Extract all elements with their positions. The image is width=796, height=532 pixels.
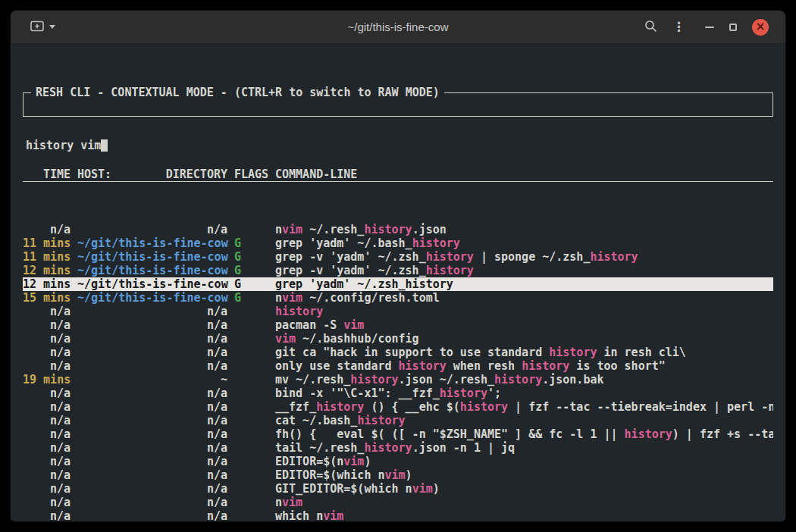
history-row[interactable]: n/an/atail ~/.resh_history.json -n 1 | j… — [23, 441, 773, 455]
host-directory-cell: n/a — [77, 441, 227, 455]
flags-cell — [234, 346, 268, 359]
search-button[interactable] — [644, 20, 657, 35]
command-cell: grep 'yadm' ~/.zsh_history — [275, 277, 773, 291]
host-directory-cell: ~/git/this-is-fine-cow — [77, 250, 227, 264]
match-highlight: history — [460, 400, 508, 414]
host-directory-cell: n/a — [77, 400, 227, 414]
history-row-selected[interactable]: 12 mins~/git/this-is-fine-cowGgrep 'yadm… — [23, 277, 773, 291]
kebab-menu-icon: ⋮ — [672, 20, 685, 33]
match-highlight: vim — [412, 482, 433, 496]
close-button[interactable]: × — [752, 19, 769, 36]
command-cell: mv ~/.resh_history.json ~/.resh_history.… — [275, 373, 773, 386]
time-cell: n/a — [23, 223, 71, 236]
history-row[interactable]: n/an/aEDITOR=$(which nvim) — [23, 468, 773, 482]
flags-cell: G — [234, 277, 268, 291]
flags-cell — [234, 223, 268, 236]
time-cell: n/a — [23, 359, 71, 373]
time-cell: n/a — [23, 386, 71, 400]
match-highlight: vim — [282, 496, 302, 509]
host-directory-cell: n/a — [77, 509, 227, 521]
time-cell: n/a — [23, 414, 71, 427]
history-row[interactable]: n/an/aGIT_EDITOR=$(which nvim) — [23, 482, 773, 496]
flags-cell — [234, 386, 268, 400]
history-row[interactable]: n/an/acat ~/.bash_history — [23, 414, 773, 427]
menu-button[interactable]: ⋮ — [672, 20, 685, 33]
host-directory-cell: n/a — [77, 318, 227, 332]
host-directory-cell: n/a — [77, 305, 227, 318]
time-cell: n/a — [23, 346, 71, 359]
match-highlight: history — [399, 359, 447, 373]
time-cell: 15 mins — [23, 291, 71, 305]
time-cell: 11 mins — [23, 250, 71, 264]
match-highlight: history — [625, 427, 672, 441]
history-table-body: n/an/anvim ~/.resh_history.json11 mins~/… — [23, 223, 773, 521]
history-row[interactable]: n/an/anvim ~/.resh_history.json — [23, 223, 773, 236]
host-directory-cell: n/a — [77, 414, 227, 427]
time-cell: n/a — [23, 305, 71, 318]
command-cell: only use standard history when resh hist… — [275, 359, 773, 373]
restore-window-icon — [729, 23, 737, 31]
command-cell: tail ~/.resh_history.json -n 1 | jq — [275, 441, 773, 455]
command-cell: EDITOR=$(nvim) — [275, 455, 773, 468]
minimize-button[interactable] — [705, 27, 714, 28]
match-highlight: history — [440, 386, 487, 400]
history-row[interactable]: n/an/avim ~/.bashhub/config — [23, 332, 773, 346]
match-highlight: vim — [343, 318, 364, 332]
flags-cell — [234, 509, 268, 521]
history-row[interactable]: n/an/anvim — [23, 496, 773, 509]
time-cell: n/a — [23, 468, 71, 482]
match-highlight: history — [522, 359, 569, 373]
flags-cell — [234, 496, 268, 509]
flags-cell: G — [234, 264, 268, 277]
history-row[interactable]: n/an/apacman -S vim — [23, 318, 773, 332]
command-cell: bind -x '"\C-x1": __fzf_history'; — [275, 386, 773, 400]
history-row[interactable]: n/an/aonly use standard history when res… — [23, 359, 773, 373]
match-highlight: history — [364, 441, 412, 455]
history-row[interactable]: n/an/ahistory — [23, 305, 773, 318]
search-box-label: RESH CLI - CONTEXTUAL MODE - (CTRL+R to … — [31, 86, 444, 99]
flags-cell — [234, 482, 268, 496]
match-highlight: history — [275, 305, 323, 318]
command-cell: __fzf_history () { __ehc $(history | fzf… — [275, 400, 773, 414]
history-row[interactable]: n/an/abind -x '"\C-x1": __fzf_history'; — [23, 386, 773, 400]
minimize-icon — [705, 27, 714, 28]
restore-button[interactable] — [729, 23, 737, 31]
command-cell: history — [275, 305, 773, 318]
match-highlight: history — [406, 277, 453, 291]
flags-cell: G — [234, 291, 268, 305]
history-row[interactable]: n/an/a__fzf_history () { __ehc $(history… — [23, 400, 773, 414]
history-row[interactable]: n/an/afh() { eval $( ([ -n "$ZSH_NAME" ]… — [23, 427, 773, 441]
search-query-input[interactable]: history vim — [26, 139, 101, 152]
time-cell: 12 mins — [23, 277, 71, 291]
new-tab-button[interactable] — [30, 20, 55, 34]
history-row[interactable]: 12 mins~/git/this-is-fine-cowGgrep -v 'y… — [23, 264, 773, 277]
match-highlight: history — [426, 264, 474, 277]
history-row[interactable]: 19 mins~mv ~/.resh_history.json ~/.resh_… — [23, 373, 773, 386]
history-row[interactable]: n/an/awhich nvim — [23, 509, 773, 521]
desktop-background: { "window": { "title": "~/git/this-is-fi… — [0, 0, 796, 532]
time-cell: n/a — [23, 509, 71, 521]
command-cell: pacman -S vim — [275, 318, 773, 332]
flags-cell — [234, 468, 268, 482]
close-icon: × — [752, 19, 769, 36]
search-icon — [644, 20, 657, 35]
host-directory-cell: n/a — [77, 386, 227, 400]
history-row[interactable]: 15 mins~/git/this-is-fine-cowGnvim ~/.co… — [23, 291, 773, 305]
history-row[interactable]: 11 mins~/git/this-is-fine-cowGgrep -v 'y… — [23, 250, 773, 264]
match-highlight: history — [350, 373, 398, 386]
history-row[interactable]: n/an/agit ca "hack in support to use sta… — [23, 346, 773, 359]
resh-search-box[interactable]: RESH CLI - CONTEXTUAL MODE - (CTRL+R to … — [23, 92, 773, 117]
host-directory-cell: ~/git/this-is-fine-cow — [77, 291, 227, 305]
command-cell: nvim — [275, 496, 773, 509]
flags-cell — [234, 359, 268, 373]
titlebar[interactable]: ~/git/this-is-fine-cow ⋮ × — [11, 11, 785, 44]
time-cell: n/a — [23, 455, 71, 468]
flags-cell — [234, 441, 268, 455]
history-row[interactable]: n/an/aEDITOR=$(nvim) — [23, 455, 773, 468]
flags-cell — [234, 427, 268, 441]
command-cell: GIT_EDITOR=$(which nvim) — [275, 482, 773, 496]
host-directory-cell: n/a — [77, 482, 227, 496]
host-directory-cell: n/a — [77, 332, 227, 346]
terminal-content: RESH CLI - CONTEXTUAL MODE - (CTRL+R to … — [11, 44, 785, 521]
history-row[interactable]: 11 mins~/git/this-is-fine-cowGgrep 'yadm… — [23, 236, 773, 250]
